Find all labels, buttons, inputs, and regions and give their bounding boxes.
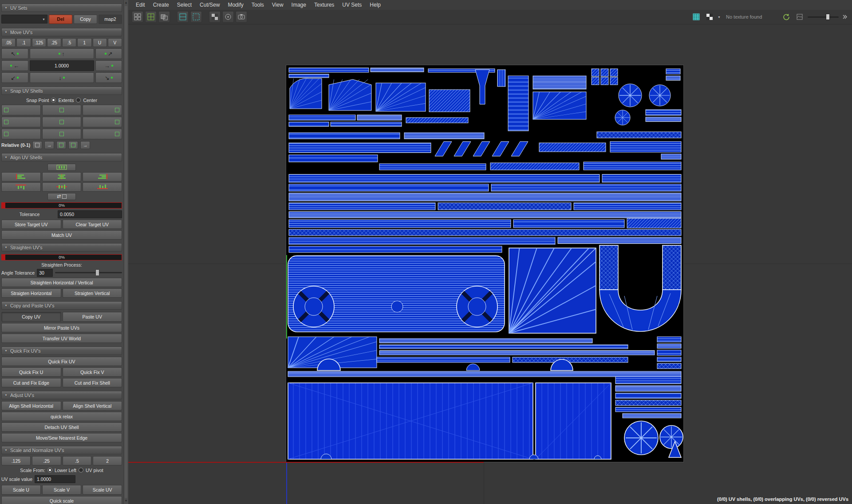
move-right-button[interactable]: → bbox=[95, 60, 122, 71]
slider-track[interactable] bbox=[808, 16, 839, 18]
delete-uvset-button[interactable]: Del bbox=[49, 15, 72, 24]
expand-toolbar-button[interactable] bbox=[841, 12, 848, 22]
cut-and-fix-edge-button[interactable]: Cut and Fix Edge bbox=[1, 378, 61, 387]
scale-uv-button[interactable]: Scale UV bbox=[83, 485, 122, 495]
uv-editor-canvas[interactable]: (0/0) UV shells, (0/0) overlapping UVs, … bbox=[128, 24, 852, 504]
quick-scale-button[interactable]: Quick scale bbox=[1, 496, 122, 504]
display-grid-button[interactable] bbox=[145, 11, 157, 23]
straighten-horizontal-button[interactable]: Straigten Horizontal bbox=[1, 288, 61, 298]
section-header-align-uv-shells[interactable]: ▼ Align UV Shells bbox=[1, 153, 122, 161]
scale-from-uv-pivot-radio[interactable] bbox=[79, 468, 83, 472]
scrollbar-thumb[interactable] bbox=[125, 6, 127, 498]
store-target-uv-button[interactable]: Store Target UV bbox=[1, 220, 61, 229]
snap-shell-right-top-button[interactable] bbox=[83, 105, 122, 115]
section-header-quick-fix-uvs[interactable]: ▼ Quick Fix UV's bbox=[1, 346, 122, 355]
quick-relax-button[interactable]: quick relax bbox=[1, 412, 122, 421]
menu-cut-sew[interactable]: Cut/Sew bbox=[196, 2, 224, 8]
cut-and-fix-shell-button[interactable]: Cut and Fix Shell bbox=[63, 378, 122, 387]
checker-display-button[interactable] bbox=[209, 11, 221, 23]
relative-snap-square-button[interactable] bbox=[32, 141, 42, 149]
copy-uv-button[interactable]: Copy UV bbox=[1, 312, 61, 322]
move-up-right-button[interactable]: ↗ bbox=[95, 48, 122, 59]
snap-shell-right-bottom-button[interactable] bbox=[83, 129, 122, 139]
uv-snapshot-button[interactable] bbox=[236, 11, 247, 23]
menu-uv-sets[interactable]: UV Sets bbox=[338, 2, 366, 8]
align-shell-horizontal-button[interactable]: Align Shell Horizontal bbox=[1, 401, 61, 410]
snap-center-radio[interactable] bbox=[76, 98, 81, 102]
relative-apply-button[interactable]: → bbox=[80, 141, 90, 149]
align-bottom-button[interactable] bbox=[83, 182, 122, 192]
scale-preset-button[interactable]: .125 bbox=[1, 456, 31, 465]
angle-tolerance-field[interactable] bbox=[37, 269, 53, 277]
checker-map-button[interactable] bbox=[704, 12, 715, 22]
align-shell-vertical-button[interactable]: Align Shell Vertical bbox=[63, 401, 122, 410]
section-header-copy-paste-uvs[interactable]: ▼ Copy and Paste UV's bbox=[1, 301, 122, 310]
scale-v-button[interactable]: Scale V bbox=[42, 485, 82, 495]
slider-handle[interactable] bbox=[95, 269, 99, 276]
pixel-snap-button[interactable] bbox=[222, 11, 234, 23]
copy-uvset-button[interactable]: Copy bbox=[74, 15, 97, 24]
move-u-toggle[interactable]: U bbox=[93, 38, 107, 47]
move-step-button[interactable]: .1 bbox=[16, 38, 31, 47]
menu-select[interactable]: Select bbox=[173, 2, 196, 8]
texture-display-button[interactable] bbox=[691, 12, 702, 22]
snap-shell-center-top-button[interactable] bbox=[42, 105, 82, 115]
menu-edit[interactable]: Edit bbox=[132, 2, 149, 8]
uv-editor-viewport[interactable] bbox=[286, 65, 683, 462]
section-header-move-uvs[interactable]: ▼ Move UV's bbox=[1, 28, 122, 36]
refresh-texture-button[interactable] bbox=[781, 12, 792, 22]
panel-layout-button[interactable] bbox=[132, 11, 143, 23]
relative-snap-u-button[interactable] bbox=[56, 141, 66, 149]
mirror-paste-uvs-button[interactable]: Mirror Paste UVs bbox=[1, 323, 122, 332]
transfer-uv-world-button[interactable]: Transfer UV World bbox=[1, 334, 122, 343]
menu-create[interactable]: Create bbox=[149, 2, 173, 8]
texture-border-button[interactable] bbox=[190, 11, 202, 23]
move-step-value-field[interactable] bbox=[30, 60, 94, 71]
menu-tools[interactable]: Tools bbox=[248, 2, 268, 8]
move-up-button[interactable]: ↑ bbox=[30, 48, 94, 59]
move-down-button[interactable]: ↓ bbox=[30, 72, 94, 83]
snap-shell-left-top-button[interactable] bbox=[1, 105, 41, 115]
swap-align-button[interactable]: ⇄ bbox=[47, 193, 76, 200]
section-header-straighten-uvs[interactable]: ▼ Straighten UV's bbox=[1, 243, 122, 252]
menu-modify[interactable]: Modify bbox=[224, 2, 247, 8]
uv-set-dropdown[interactable]: ▼ bbox=[1, 15, 47, 24]
scroll-down-icon[interactable]: ▼ bbox=[124, 499, 128, 503]
menu-textures[interactable]: Textures bbox=[310, 2, 338, 8]
snap-extents-radio[interactable] bbox=[51, 98, 56, 102]
tolerance-field[interactable] bbox=[58, 210, 122, 218]
align-middle-v-button[interactable] bbox=[42, 182, 82, 192]
quick-fix-v-button[interactable]: Quick Fix V bbox=[63, 367, 122, 377]
shell-border-button[interactable] bbox=[177, 11, 189, 23]
scale-from-lower-left-radio[interactable] bbox=[47, 468, 52, 472]
slider-handle[interactable] bbox=[826, 14, 830, 20]
slider-track[interactable] bbox=[55, 272, 122, 273]
texture-dropdown-caret-icon[interactable]: ▼ bbox=[718, 16, 721, 19]
straighten-vertical-button[interactable]: Straigten Vertical bbox=[63, 288, 122, 298]
section-header-uv-sets[interactable]: ▼ UV Sets bbox=[1, 4, 122, 12]
move-step-button[interactable]: .25 bbox=[47, 38, 61, 47]
match-uv-button[interactable]: Match UV bbox=[1, 230, 122, 240]
align-right-button[interactable] bbox=[83, 172, 122, 181]
align-center-u-button[interactable] bbox=[42, 172, 82, 181]
snap-shell-left-bottom-button[interactable] bbox=[1, 129, 41, 139]
move-down-left-button[interactable]: ↙ bbox=[1, 72, 28, 83]
move-down-right-button[interactable]: ↘ bbox=[95, 72, 122, 83]
scale-preset-button[interactable]: .25 bbox=[32, 456, 61, 465]
scale-preset-button[interactable]: .5 bbox=[63, 456, 92, 465]
snap-shell-right-middle-button[interactable] bbox=[83, 117, 122, 127]
move-v-toggle[interactable]: V bbox=[108, 38, 122, 47]
move-step-button[interactable]: .125 bbox=[32, 38, 46, 47]
quick-fix-u-button[interactable]: Quick Fix U bbox=[1, 367, 61, 377]
move-step-button[interactable]: .05 bbox=[1, 38, 16, 47]
section-header-scale-normalize-uvs[interactable]: ▼ Scale and Normalize UV's bbox=[1, 446, 122, 454]
angle-tolerance-slider[interactable] bbox=[55, 270, 122, 276]
clear-target-uv-button[interactable]: Clear Target UV bbox=[63, 220, 122, 229]
move-step-button[interactable]: 1 bbox=[77, 38, 91, 47]
relative-snap-v-button[interactable] bbox=[68, 141, 78, 149]
menu-image[interactable]: Image bbox=[288, 2, 310, 8]
align-left-button[interactable] bbox=[1, 172, 41, 181]
straighten-hv-button[interactable]: Straighten Horizontal / Vertical bbox=[1, 278, 122, 287]
paste-uv-button[interactable]: Paste UV bbox=[63, 312, 122, 322]
align-top-button[interactable] bbox=[1, 182, 41, 192]
